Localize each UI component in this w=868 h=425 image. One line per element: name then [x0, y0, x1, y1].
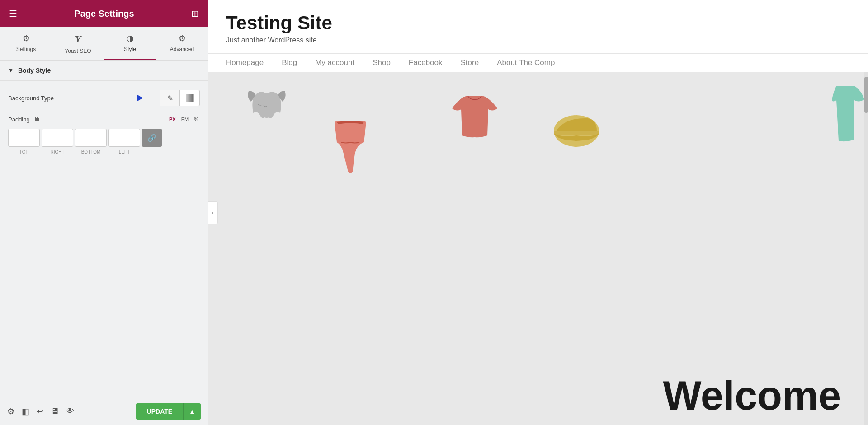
unit-percent-button[interactable]: %: [193, 116, 200, 123]
padding-label-group: Padding 🖥: [8, 115, 41, 123]
bg-type-gradient-button[interactable]: [180, 90, 200, 106]
settings-tab-label: Settings: [16, 46, 36, 52]
panel-content: ▼ Body Style Background Type ✎: [0, 61, 208, 397]
nav-my-account[interactable]: My account: [315, 58, 354, 67]
style-tab-label: Style: [124, 46, 136, 52]
tab-advanced[interactable]: ⚙ Advanced: [156, 27, 208, 60]
site-main: Welcome: [208, 72, 868, 425]
monitor-icon[interactable]: 🖥: [33, 115, 41, 123]
panel-tabs: ⚙ Settings Y Yoast SEO ◑ Style ⚙ Advance…: [0, 27, 208, 61]
left-panel: ☰ Page Settings ⊞ ⚙ Settings Y Yoast SEO…: [0, 0, 208, 425]
clothing-teal-shirt: [832, 86, 868, 145]
arrow-head: [137, 95, 143, 101]
footer-layers-icon[interactable]: ◧: [22, 406, 29, 416]
padding-link-button[interactable]: 🔗: [142, 129, 162, 147]
gradient-preview: [186, 94, 194, 102]
nav-homepage[interactable]: Homepage: [226, 58, 264, 67]
padding-inputs: 🔗: [8, 129, 200, 147]
body-style-section-header[interactable]: ▼ Body Style: [0, 61, 208, 81]
unit-em-button[interactable]: EM: [180, 116, 190, 123]
section-arrow-icon: ▼: [8, 67, 14, 74]
background-type-label: Background Type: [8, 95, 54, 102]
bg-type-paint-button[interactable]: ✎: [160, 90, 180, 106]
padding-right-input[interactable]: [42, 129, 73, 147]
site-header: Testing Site Just another WordPress site: [208, 0, 868, 53]
padding-top-input[interactable]: [8, 129, 40, 147]
tab-settings[interactable]: ⚙ Settings: [0, 27, 52, 60]
yoast-tab-label: Yoast SEO: [65, 48, 91, 54]
footer-settings-icon[interactable]: ⚙: [7, 406, 14, 416]
settings-tab-icon: ⚙: [23, 33, 30, 43]
padding-row: Padding 🖥 PX EM %: [8, 115, 200, 123]
footer-history-icon[interactable]: ↩: [37, 406, 43, 416]
unit-buttons: PX EM %: [168, 116, 200, 123]
panel-footer: ⚙ ◧ ↩ 🖥 👁 UPDATE ▲: [0, 397, 208, 425]
background-type-row: Background Type ✎: [8, 90, 200, 106]
nav-facebook[interactable]: Facebook: [409, 58, 443, 67]
style-tab-icon: ◑: [127, 33, 134, 43]
tab-yoast-seo[interactable]: Y Yoast SEO: [52, 27, 104, 60]
preview-scrollbar[interactable]: [864, 72, 868, 425]
panel-title: Page Settings: [74, 9, 134, 19]
update-button[interactable]: UPDATE: [136, 403, 184, 420]
footer-preview-icon[interactable]: 👁: [66, 406, 74, 416]
svg-rect-1: [554, 131, 599, 135]
site-tagline: Just another WordPress site: [226, 36, 850, 44]
grid-icon[interactable]: ⊞: [191, 8, 199, 19]
advanced-tab-label: Advanced: [170, 46, 194, 52]
background-type-buttons: ✎: [160, 90, 200, 106]
site-title: Testing Site: [226, 13, 850, 33]
clothing-yellow-cap: [552, 108, 601, 149]
site-nav: Homepage Blog My account Shop Facebook S…: [208, 53, 868, 72]
tab-style[interactable]: ◑ Style: [104, 27, 156, 60]
padding-right-label: RIGHT: [42, 149, 73, 154]
padding-bottom-input[interactable]: [75, 129, 107, 147]
unit-px-button[interactable]: PX: [168, 116, 177, 123]
nav-about[interactable]: About The Comp: [497, 58, 555, 67]
yoast-tab-icon: Y: [75, 33, 81, 45]
arrow-line: [108, 98, 137, 99]
settings-area: Background Type ✎ Padding �: [0, 81, 208, 163]
clothing-red-pants: [326, 117, 375, 176]
section-title: Body Style: [18, 67, 51, 74]
nav-store[interactable]: Store: [461, 58, 479, 67]
clothing-red-shirt: [448, 95, 502, 145]
padding-left-input[interactable]: [108, 129, 140, 147]
padding-bottom-label: BOTTOM: [75, 149, 107, 154]
padding-label: Padding: [8, 116, 30, 123]
padding-labels: TOP RIGHT BOTTOM LEFT: [8, 149, 200, 154]
arrow-annotation: [108, 95, 143, 101]
right-panel: ‹ Testing Site Just another WordPress si…: [208, 0, 868, 425]
scrollbar-thumb[interactable]: [864, 77, 868, 113]
advanced-tab-icon: ⚙: [179, 33, 186, 43]
nav-blog[interactable]: Blog: [282, 58, 297, 67]
update-button-group: UPDATE ▲: [136, 403, 201, 420]
footer-responsive-icon[interactable]: 🖥: [51, 406, 59, 416]
collapse-handle[interactable]: ‹: [208, 201, 218, 224]
nav-shop[interactable]: Shop: [373, 58, 391, 67]
padding-left-label: LEFT: [108, 149, 140, 154]
welcome-text: Welcome: [663, 375, 841, 416]
padding-top-label: TOP: [8, 149, 40, 154]
hamburger-icon[interactable]: ☰: [9, 8, 17, 19]
panel-header: ☰ Page Settings ⊞: [0, 0, 208, 27]
update-dropdown-button[interactable]: ▲: [183, 403, 201, 420]
clothing-gray-shirt: [244, 86, 289, 131]
